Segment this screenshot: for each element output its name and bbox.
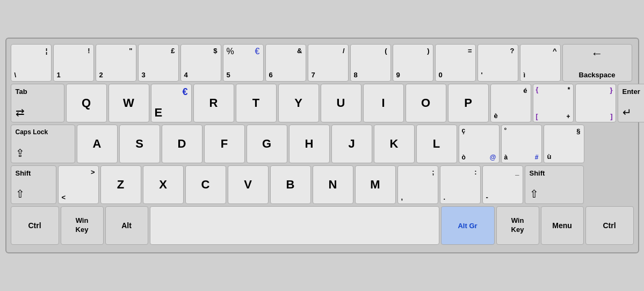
key-8[interactable]: ( 8 bbox=[350, 44, 391, 82]
tab-arrows-icon: ⇄ bbox=[16, 106, 60, 119]
key-h[interactable]: H bbox=[289, 125, 330, 163]
key-space[interactable] bbox=[150, 206, 439, 245]
key-2[interactable]: " 2 bbox=[96, 44, 136, 82]
key-backspace[interactable]: ← Backspace bbox=[562, 44, 632, 82]
key-x[interactable]: X bbox=[143, 165, 184, 204]
key-e[interactable]: € E bbox=[151, 84, 192, 122]
backspace-arrow-icon: ← bbox=[591, 47, 603, 61]
key-6[interactable]: & 6 bbox=[265, 44, 306, 82]
key-i[interactable]: I bbox=[363, 84, 404, 122]
key-w[interactable]: W bbox=[108, 84, 149, 122]
key-accent[interactable]: é è bbox=[490, 84, 531, 122]
key-ctrl-right[interactable]: Ctrl bbox=[585, 206, 634, 245]
capslock-icon: ⇪ bbox=[16, 147, 70, 159]
shift-left-icon: ⇧ bbox=[16, 187, 52, 200]
key-shift-left[interactable]: Shift ⇧ bbox=[11, 165, 56, 204]
key-j[interactable]: J bbox=[331, 125, 372, 163]
key-0[interactable]: = 0 bbox=[435, 44, 476, 82]
key-z[interactable]: Z bbox=[100, 165, 141, 204]
key-4[interactable]: $ 4 bbox=[180, 44, 221, 82]
key-minus[interactable]: ? ' bbox=[477, 44, 518, 82]
key-win-right[interactable]: WinKey bbox=[496, 206, 539, 245]
key-angle[interactable]: > < bbox=[58, 165, 99, 204]
row-asdf: Caps Lock ⇪ A S D F G H J K L bbox=[11, 125, 634, 163]
enter-arrow-icon: ↵ bbox=[623, 106, 645, 119]
key-t[interactable]: T bbox=[236, 84, 277, 122]
key-l[interactable]: L bbox=[416, 125, 457, 163]
key-f[interactable]: F bbox=[204, 125, 245, 163]
key-u[interactable]: U bbox=[321, 84, 361, 122]
key-c[interactable]: C bbox=[185, 165, 226, 204]
key-a[interactable]: A bbox=[77, 125, 118, 163]
key-9[interactable]: ) 9 bbox=[393, 44, 433, 82]
key-period[interactable]: : . bbox=[440, 165, 481, 204]
key-y[interactable]: Y bbox=[278, 84, 319, 122]
row-zxcv: Shift ⇧ > < Z X C V B N M ; , bbox=[11, 165, 634, 204]
key-n[interactable]: N bbox=[313, 165, 353, 204]
key-p[interactable]: P bbox=[448, 84, 489, 122]
shift-right-icon: ⇧ bbox=[530, 187, 579, 200]
key-alt-left[interactable]: Alt bbox=[105, 206, 148, 245]
key-semicolon[interactable]: ç ò @ bbox=[459, 125, 500, 163]
key-1[interactable]: ! 1 bbox=[53, 44, 94, 82]
key-v[interactable]: V bbox=[228, 165, 269, 204]
key-b[interactable]: B bbox=[270, 165, 311, 204]
row-numbers: ¦ \ ! 1 " 2 £ 3 $ 4 % € 5 & 6 bbox=[11, 44, 634, 82]
row-bottom: Ctrl WinKey Alt Alt Gr WinKey Menu Ctrl bbox=[11, 206, 634, 245]
key-o[interactable]: O bbox=[406, 84, 446, 122]
key-equals[interactable]: ^ ì bbox=[520, 44, 561, 82]
key-comma[interactable]: ; , bbox=[397, 165, 438, 204]
key-r[interactable]: R bbox=[193, 84, 234, 122]
key-apostrophe[interactable]: ° à # bbox=[501, 125, 542, 163]
key-hash[interactable]: § ù bbox=[544, 125, 584, 163]
key-g[interactable]: G bbox=[247, 125, 287, 163]
key-3[interactable]: £ 3 bbox=[138, 44, 179, 82]
key-s[interactable]: S bbox=[119, 125, 160, 163]
key-q[interactable]: Q bbox=[66, 84, 107, 122]
key-bracket-open[interactable]: { * [ + bbox=[533, 84, 574, 122]
key-5[interactable]: % € 5 bbox=[223, 44, 264, 82]
keyboard: ¦ \ ! 1 " 2 £ 3 $ 4 % € 5 & 6 bbox=[5, 38, 639, 253]
key-shift-right[interactable]: Shift ⇧ bbox=[525, 165, 584, 204]
key-ctrl-left[interactable]: Ctrl bbox=[11, 206, 59, 245]
key-grave[interactable]: ¦ \ bbox=[11, 44, 52, 82]
key-7[interactable]: / 7 bbox=[308, 44, 349, 82]
key-capslock[interactable]: Caps Lock ⇪ bbox=[11, 125, 75, 163]
key-altgr[interactable]: Alt Gr bbox=[441, 206, 495, 245]
key-tab[interactable]: Tab ⇄ bbox=[11, 84, 64, 122]
key-d[interactable]: D bbox=[162, 125, 202, 163]
key-bracket-close[interactable]: } ] bbox=[575, 84, 616, 122]
key-menu[interactable]: Menu bbox=[541, 206, 584, 245]
key-k[interactable]: K bbox=[374, 125, 415, 163]
key-win-left[interactable]: WinKey bbox=[61, 206, 104, 245]
key-slash[interactable]: _ - bbox=[482, 165, 523, 204]
key-m[interactable]: M bbox=[355, 165, 396, 204]
key-enter[interactable]: Enter ↵ bbox=[618, 84, 645, 122]
row-qwerty: Tab ⇄ Q W € E R T Y U I O P bbox=[11, 84, 634, 122]
